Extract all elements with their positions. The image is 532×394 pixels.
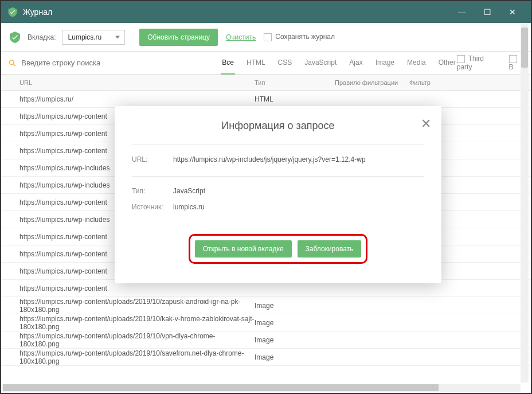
filter-tabs: Все HTML CSS JavaScript Ajax Image Media…: [221, 52, 456, 75]
tab-label: Вкладка:: [28, 33, 56, 41]
modal-url-row: URL: https://lumpics.ru/wp-includes/js/j…: [132, 155, 424, 163]
cell-type: Image: [255, 353, 335, 361]
cell-type: Image: [255, 319, 335, 327]
source-value: lumpics.ru: [173, 203, 424, 211]
url-label: URL:: [132, 155, 173, 163]
divider: [132, 176, 424, 177]
window-title: Журнал: [23, 7, 449, 17]
filter-tab-media[interactable]: Media: [406, 52, 427, 75]
cell-url: https://lumpics.ru/wp-content/uploads/20…: [8, 349, 255, 365]
filter-tab-other[interactable]: Other: [437, 52, 457, 75]
modal-type-row: Тип: JavaScript: [132, 187, 424, 195]
minimize-button[interactable]: —: [449, 1, 475, 23]
clear-link[interactable]: Очистить: [226, 33, 256, 41]
table-row[interactable]: https://lumpics.ru/HTML: [1, 91, 531, 108]
col-filter: Фильтр: [409, 79, 524, 86]
filterbar: Все HTML CSS JavaScript Ajax Image Media…: [1, 52, 531, 75]
save-log-toggle[interactable]: Сохранять журнал: [264, 33, 335, 41]
table-row[interactable]: https://lumpics.ru/wp-content/uploads/20…: [1, 331, 531, 349]
modal-title: Информация о запросе: [132, 120, 424, 132]
table-header: URL Тип Правило фильтрации Фильтр: [1, 75, 531, 91]
modal-source-row: Источник: lumpics.ru: [132, 203, 424, 211]
horizontal-scrollbar[interactable]: [2, 384, 521, 392]
toolbar: Вкладка: Lumpics.ru Обновить страницу Оч…: [1, 23, 531, 52]
cell-type: Image: [255, 302, 335, 310]
close-button[interactable]: ✕: [500, 1, 525, 23]
svg-line-1: [14, 64, 15, 65]
maximize-button[interactable]: ☐: [475, 1, 500, 23]
table-row[interactable]: https://lumpics.ru/wp-content/uploads/20…: [1, 297, 531, 314]
checkbox-icon: [457, 55, 465, 63]
scrollbar-thumb[interactable]: [3, 384, 439, 391]
cell-url: https://lumpics.ru/: [8, 95, 255, 103]
filter-tab-all[interactable]: Все: [221, 52, 235, 75]
checkbox-icon: [509, 55, 517, 63]
shield-icon: [7, 6, 18, 18]
close-icon[interactable]: ✕: [421, 116, 431, 131]
search-icon: [8, 58, 17, 68]
table-row[interactable]: https://lumpics.ru/wp-content/uploads/20…: [1, 349, 531, 366]
url-value: https://lumpics.ru/wp-includes/js/jquery…: [173, 155, 424, 163]
col-rule: Правило фильтрации: [335, 79, 409, 86]
shield-icon: [8, 30, 22, 44]
table-row[interactable]: https://lumpics.ru/wp-content/uploads/20…: [1, 314, 531, 331]
col-type: Тип: [255, 79, 335, 86]
cell-url: https://lumpics.ru/wp-content/uploads/20…: [8, 315, 255, 331]
request-info-modal: ✕ Информация о запросе URL: https://lump…: [115, 106, 441, 283]
filter-tab-html[interactable]: HTML: [245, 52, 267, 75]
tab-dropdown[interactable]: Lumpics.ru: [62, 30, 125, 45]
checkbox-icon: [264, 33, 272, 41]
cell-url: https://lumpics.ru/wp-content: [8, 284, 255, 292]
divider: [132, 145, 424, 145]
type-label: Тип:: [132, 187, 173, 195]
filter-tab-js[interactable]: JavaScript: [303, 52, 338, 75]
open-new-tab-button[interactable]: Открыть в новой вкладке: [195, 240, 292, 258]
scrollbar-thumb[interactable]: [521, 28, 528, 68]
svg-point-0: [10, 60, 14, 64]
cell-url: https://lumpics.ru/wp-content/uploads/20…: [8, 332, 255, 348]
block-button[interactable]: Заблокировать: [298, 240, 362, 258]
titlebar: Журнал — ☐ ✕: [1, 1, 531, 23]
cell-type: HTML: [255, 95, 335, 103]
filter-tab-css[interactable]: CSS: [277, 52, 294, 75]
refresh-button[interactable]: Обновить страницу: [139, 29, 218, 46]
third-party-toggle[interactable]: Third party: [457, 54, 499, 71]
cell-url: https://lumpics.ru/wp-content/uploads/20…: [8, 298, 255, 314]
vertical-scrollbar[interactable]: [521, 23, 529, 383]
col-url: URL: [8, 79, 255, 86]
filter-tab-ajax[interactable]: Ajax: [348, 52, 363, 75]
type-value: JavaScript: [173, 187, 424, 195]
cell-type: Image: [255, 336, 335, 344]
source-label: Источник:: [132, 203, 173, 211]
search-input[interactable]: [21, 58, 210, 67]
modal-buttons-highlight: Открыть в новой вкладке Заблокировать: [189, 234, 368, 264]
filter-tab-image[interactable]: Image: [374, 52, 396, 75]
